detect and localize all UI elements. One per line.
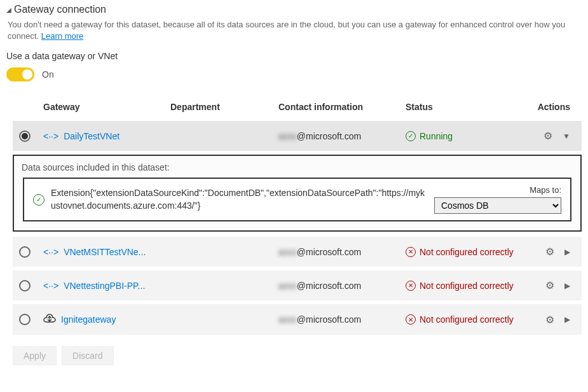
cloud-gateway-icon <box>43 313 56 326</box>
status-text: Not configured correctly <box>420 247 514 257</box>
gateway-table: Gateway Department Contact information S… <box>13 95 582 365</box>
chevron-down-icon[interactable]: ▼ <box>563 132 570 141</box>
datasource-panel: Data sources included in this dataset: ✓… <box>13 155 582 232</box>
x-icon: ✕ <box>406 281 416 291</box>
gear-icon[interactable]: ⚙ <box>545 279 554 291</box>
col-header-department: Department <box>170 102 278 112</box>
contact-domain: @microsoft.com <box>297 314 361 325</box>
gear-icon[interactable]: ⚙ <box>544 130 552 142</box>
gateway-row[interactable]: <··> DailyTestVNet axxx@microsoft.com ✓ … <box>13 121 582 151</box>
collapse-icon: ◢ <box>6 6 11 13</box>
gateway-name[interactable]: VNettestingPBI-PP... <box>64 281 145 291</box>
vnet-icon: <··> <box>43 281 58 291</box>
gateway-row[interactable]: <··> VNettestingPBI-PP... axxx@microsoft… <box>13 270 582 300</box>
toggle-label: Use a data gateway or VNet <box>6 51 582 61</box>
check-icon: ✓ <box>33 194 44 206</box>
vnet-icon: <··> <box>43 131 58 141</box>
status-error: ✕ Not configured correctly <box>406 314 533 325</box>
discard-button[interactable]: Discard <box>62 346 113 365</box>
gateway-row[interactable]: <··> VNetMSITTestVNe... axxx@microsoft.c… <box>13 237 582 267</box>
col-header-status: Status <box>406 102 533 112</box>
gateway-toggle[interactable] <box>6 67 34 81</box>
contact-masked: axxx <box>278 314 297 325</box>
contact-masked: axxx <box>278 131 297 141</box>
status-text: Running <box>420 131 453 141</box>
toggle-knob <box>22 69 32 80</box>
apply-button[interactable]: Apply <box>13 346 57 365</box>
status-text: Not configured correctly <box>420 281 514 291</box>
chevron-right-icon[interactable]: ▶ <box>564 281 570 290</box>
page-title: Gateway connection <box>14 4 106 15</box>
check-icon: ✓ <box>406 131 416 141</box>
status-error: ✕ Not configured correctly <box>406 281 533 291</box>
gateway-name[interactable]: Ignitegateway <box>61 314 116 325</box>
radio-select[interactable] <box>19 246 31 258</box>
gateway-row[interactable]: Ignitegateway axxx@microsoft.com ✕ Not c… <box>13 304 582 335</box>
learn-more-link[interactable]: Learn more <box>41 31 83 41</box>
col-header-contact: Contact information <box>278 102 406 112</box>
contact-cell: axxx@microsoft.com <box>278 131 406 141</box>
x-icon: ✕ <box>406 314 416 325</box>
col-header-actions: Actions <box>533 102 582 112</box>
maps-to-label: Maps to: <box>530 185 561 195</box>
table-header-row: Gateway Department Contact information S… <box>13 95 582 121</box>
vnet-icon: <··> <box>43 247 58 257</box>
radio-select[interactable] <box>19 314 31 325</box>
gateway-name[interactable]: VNetMSITTestVNe... <box>64 247 146 257</box>
contact-masked: axxx <box>278 281 297 291</box>
section-header[interactable]: ◢ Gateway connection <box>6 4 582 15</box>
x-icon: ✕ <box>406 247 416 257</box>
maps-to-select[interactable]: Cosmos DB <box>434 197 561 214</box>
col-header-gateway: Gateway <box>43 102 170 112</box>
datasource-text: Extension{"extensionDataSourceKind":"Doc… <box>51 187 428 212</box>
description-text: You don't need a gateway for this datase… <box>8 20 565 41</box>
contact-cell: axxx@microsoft.com <box>278 314 406 325</box>
chevron-right-icon[interactable]: ▶ <box>564 315 570 324</box>
toggle-state-text: On <box>42 69 54 80</box>
status-running: ✓ Running <box>406 131 533 141</box>
datasource-panel-title: Data sources included in this dataset: <box>22 162 571 172</box>
contact-cell: axxx@microsoft.com <box>278 281 406 291</box>
contact-domain: @microsoft.com <box>297 281 361 291</box>
section-description: You don't need a gateway for this datase… <box>8 19 582 42</box>
radio-select[interactable] <box>19 280 31 291</box>
status-error: ✕ Not configured correctly <box>406 247 533 257</box>
status-text: Not configured correctly <box>420 314 514 325</box>
radio-select[interactable] <box>19 130 31 142</box>
contact-cell: axxx@microsoft.com <box>278 247 406 257</box>
datasource-box: ✓ Extension{"extensionDataSourceKind":"D… <box>23 178 571 221</box>
gateway-name[interactable]: DailyTestVNet <box>64 131 120 141</box>
contact-domain: @microsoft.com <box>297 131 361 141</box>
gear-icon[interactable]: ⚙ <box>545 246 554 258</box>
contact-masked: axxx <box>278 247 297 257</box>
contact-domain: @microsoft.com <box>297 247 361 257</box>
chevron-right-icon[interactable]: ▶ <box>564 248 570 256</box>
gear-icon[interactable]: ⚙ <box>545 314 554 326</box>
